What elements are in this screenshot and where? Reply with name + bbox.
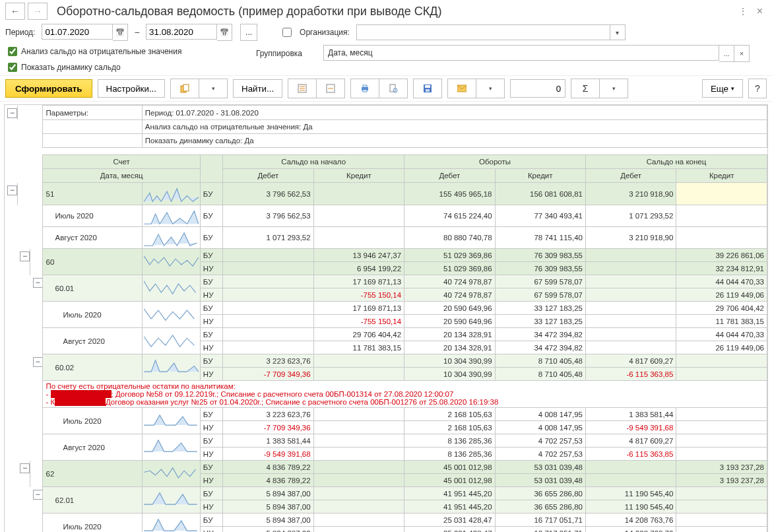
email-dropdown[interactable]: ▾	[476, 79, 505, 98]
sum-button[interactable]: Σ	[571, 79, 599, 98]
sparkline-icon	[143, 227, 200, 249]
period-from-input[interactable]	[42, 24, 113, 40]
table-row[interactable]: − 62.01 БУ 5 894 387,00 41 951 445,2036 …	[5, 487, 767, 500]
svg-rect-11	[390, 84, 395, 92]
settings-variant-dropdown[interactable]: ▾	[199, 79, 228, 98]
toolbar: Сформировать Настройки... ▾ Найти... ▾	[0, 75, 772, 102]
header-debit-3: Дебет	[585, 169, 676, 183]
outline-collapse-button[interactable]: −	[20, 463, 30, 473]
sparkline-icon	[143, 249, 200, 271]
org-select[interactable]: ▾	[356, 24, 626, 40]
period-to-calendar-button[interactable]	[217, 24, 232, 41]
report-area: − Параметры: Период: 01.07.2020 - 31.08.…	[0, 102, 772, 532]
sparkline-icon	[143, 434, 200, 456]
table-row[interactable]: − 60.02 БУ 3 223 623,76 10 304 390,998 7…	[5, 354, 767, 368]
header-date: Дата, месяц	[43, 169, 200, 183]
chevron-down-icon: ▾	[731, 85, 734, 92]
calendar-icon	[115, 28, 125, 37]
header-account: Счет	[43, 155, 200, 169]
preview-icon	[389, 84, 398, 93]
redacted-text: XXXXXXXXXX	[55, 398, 106, 406]
outline-collapse-button[interactable]: −	[33, 490, 43, 500]
window-header: ← → Оборотно-сальдовая ведомость (пример…	[0, 0, 772, 21]
sparkline-icon	[143, 275, 200, 297]
nav-forward-button[interactable]: →	[28, 3, 48, 20]
envelope-icon	[457, 84, 466, 92]
expand-all-button[interactable]	[288, 79, 316, 98]
period-to-input[interactable]	[146, 24, 217, 40]
chevron-down-icon: ▾	[610, 25, 625, 40]
table-row[interactable]: Июль 2020 БУ 17 169 871,13 20 590 649,96…	[5, 302, 767, 315]
table-row[interactable]: − 51 БУ 3 796 562,53 155 495 965,18156 0…	[5, 183, 767, 205]
period-row: Период: – ... Организация: ▾	[0, 21, 772, 44]
close-button[interactable]: ×	[753, 5, 767, 17]
header-end: Сальдо на конец	[585, 155, 767, 169]
table-row[interactable]: − 62 БУ 4 836 789,22 45 001 012,9853 031…	[5, 461, 767, 474]
table-row[interactable]: − 60.01 БУ 17 169 871,13 40 724 978,8767…	[5, 275, 767, 288]
period-from-calendar-button[interactable]	[113, 24, 128, 41]
svg-rect-9	[363, 85, 367, 87]
outline-collapse-button[interactable]: −	[20, 251, 30, 261]
help-button[interactable]: ?	[748, 79, 767, 98]
sparkline-icon	[143, 328, 200, 350]
zoom-input[interactable]	[510, 79, 565, 98]
sparkline-icon	[143, 461, 200, 482]
outline-collapse-button[interactable]: −	[7, 185, 17, 195]
header-debit-1: Дебет	[223, 169, 313, 183]
print-button[interactable]	[350, 79, 379, 98]
period-label: Период:	[5, 28, 35, 37]
table-row[interactable]: Август 2020 БУ 1 383 581,44 8 136 285,36…	[5, 434, 767, 448]
warning-row: По счету есть отрицательные остатки по а…	[5, 381, 767, 408]
org-checkbox[interactable]	[282, 28, 292, 37]
preview-button[interactable]	[379, 79, 408, 98]
more-button[interactable]: Еще▾	[702, 79, 743, 98]
analysis-checkbox[interactable]	[8, 47, 17, 56]
header-credit-3: Кредит	[676, 169, 767, 183]
sum-dropdown[interactable]: ▾	[599, 79, 628, 98]
period-dash: –	[135, 28, 139, 37]
grouping-clear-button[interactable]: ×	[734, 45, 750, 62]
more-icon[interactable]: ⋮	[733, 6, 753, 17]
params-line-3: Показать динамику сальдо: Да	[142, 134, 767, 148]
svg-rect-10	[363, 90, 367, 92]
table-row[interactable]: Июль 2020 БУ 5 894 387,00 25 031 428,471…	[5, 514, 767, 527]
header-credit-2: Кредит	[495, 169, 585, 183]
table-row[interactable]: − 60 БУ 13 946 247,37 51 029 369,8676 30…	[5, 249, 767, 262]
save-button[interactable]	[413, 79, 442, 98]
window-title: Оборотно-сальдовая ведомость (пример дор…	[57, 5, 733, 18]
svg-rect-1	[183, 84, 189, 91]
period-select-button[interactable]: ...	[240, 24, 257, 41]
outline-collapse-button[interactable]: −	[7, 108, 17, 118]
grouping-input[interactable]: Дата, месяц	[323, 45, 719, 61]
header-turnover: Обороты	[404, 155, 586, 169]
table-row[interactable]: Август 2020 БУ 1 071 293,52 80 880 740,7…	[5, 227, 767, 249]
nav-back-button[interactable]: ←	[5, 3, 25, 20]
warning-title: По счету есть отрицательные остатки по а…	[46, 382, 764, 390]
header-start: Сальдо на начало	[223, 155, 404, 169]
table-row[interactable]: Август 2020 БУ 29 706 404,42 20 134 328,…	[5, 328, 767, 341]
sparkline-icon	[143, 302, 200, 323]
header-debit-2: Дебет	[404, 169, 495, 183]
dynamics-checkbox[interactable]	[8, 63, 17, 72]
collapse-all-button[interactable]	[316, 79, 345, 98]
email-button[interactable]	[447, 79, 476, 98]
find-button[interactable]: Найти...	[233, 79, 282, 98]
sparkline-icon	[143, 205, 200, 227]
redacted-text: XXXXXXXXXXXX	[51, 390, 112, 398]
report-table: − Параметры: Период: 01.07.2020 - 31.08.…	[5, 105, 767, 532]
sparkline-icon	[143, 408, 200, 430]
outline-collapse-button[interactable]: −	[33, 357, 43, 367]
grouping-more-button[interactable]: ...	[719, 45, 734, 62]
sparkline-icon	[143, 487, 200, 509]
report-settings-icon	[180, 84, 189, 93]
settings-button[interactable]: Настройки...	[98, 79, 165, 98]
warning-line-1: - XXXXXXXXXXXX; Договор №58 от 09.12.201…	[46, 390, 764, 398]
table-row[interactable]: Июль 2020 БУ 3 223 623,76 2 168 105,634 …	[5, 408, 767, 421]
settings-variant-button[interactable]	[170, 79, 199, 98]
table-row[interactable]: Июль 2020 БУ 3 796 562,53 74 615 224,407…	[5, 205, 767, 227]
form-button[interactable]: Сформировать	[5, 79, 92, 98]
grouping-value: Дата, месяц	[328, 48, 373, 57]
grouping-label: Группировка	[256, 49, 323, 58]
analysis-label: Анализ сальдо на отрицательные значения	[21, 47, 181, 56]
outline-collapse-button[interactable]: −	[33, 278, 43, 288]
